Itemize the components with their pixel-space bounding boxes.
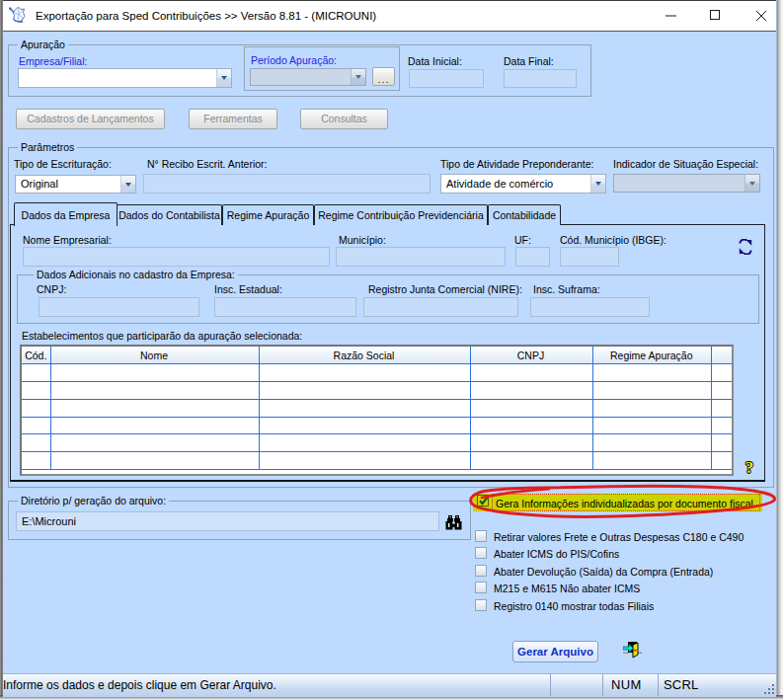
svg-text:?: ?	[745, 458, 754, 477]
